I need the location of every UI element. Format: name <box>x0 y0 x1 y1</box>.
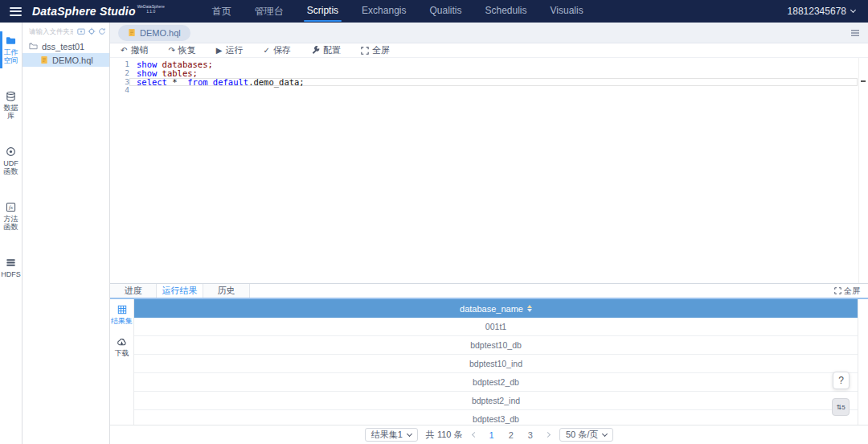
code-line[interactable]: 1 show databases; <box>110 60 868 69</box>
page-1[interactable]: 1 <box>486 430 497 440</box>
nav-item-qualitis[interactable]: Qualitis <box>428 0 462 23</box>
tab-list-icon[interactable] <box>850 29 860 37</box>
config-button[interactable]: 配置 <box>311 44 341 56</box>
cursor-position-mark <box>861 80 866 82</box>
left-icon-sidebar: 工作空间 数据库 UDF函数 fx 方法函数 <box>0 23 23 444</box>
table-row[interactable]: bdptest10_db <box>134 336 858 355</box>
results-left-rail: 结果集 下载 <box>110 299 134 425</box>
sidebar-item-function[interactable]: fx 方法函数 <box>0 202 22 231</box>
chevron-down-icon <box>602 430 608 436</box>
user-menu[interactable]: 18812345678 <box>788 6 855 17</box>
download-rail-button[interactable]: 下载 <box>115 337 129 359</box>
locate-icon[interactable] <box>88 27 96 35</box>
undo-button[interactable]: ↶ 撤销 <box>121 44 148 56</box>
app-title: DataSphere Studio <box>32 1 136 22</box>
fullscreen-icon <box>361 47 369 55</box>
tree-item-folder[interactable]: dss_test01 <box>23 39 109 53</box>
results-table: database_name 001t1 bdptest10_db bdptest… <box>134 299 858 425</box>
top-navbar: DataSphere Studio WeDataSphere 1.1.0 首页 … <box>0 0 868 23</box>
table-row[interactable]: bdptest3_db <box>134 410 858 425</box>
sidebar-item-label: 数据库 <box>4 104 18 120</box>
nav-item-console[interactable]: 管理台 <box>254 0 285 23</box>
page-2[interactable]: 2 <box>506 430 517 440</box>
user-phone: 18812345678 <box>788 6 846 17</box>
sidebar-item-label: HDFS <box>1 270 21 278</box>
sort-icon[interactable] <box>527 305 532 313</box>
code-line-current[interactable]: 3 select * from default.demo_data; <box>110 78 868 87</box>
column-header-database-name[interactable]: database_name <box>134 299 858 318</box>
sidebar-item-udf[interactable]: UDF函数 <box>0 146 22 175</box>
nav-item-scriptis[interactable]: Scriptis <box>306 0 339 23</box>
nav-item-schedulis[interactable]: Schedulis <box>485 0 528 23</box>
float-widget-button[interactable]: ⇅5 <box>832 398 850 416</box>
folder-outline-icon <box>29 42 38 51</box>
fx-icon: fx <box>6 202 16 212</box>
explorer-actions <box>77 27 106 35</box>
sidebar-item-database[interactable]: 数据库 <box>0 91 22 120</box>
editor-scrollbar[interactable] <box>858 58 868 283</box>
refresh-icon[interactable] <box>98 27 106 35</box>
sidebar-item-hdfs[interactable]: HDFS <box>0 257 22 278</box>
folder-icon <box>6 35 16 46</box>
sidebar-item-workspace[interactable]: 工作空间 <box>0 35 22 64</box>
prev-page-icon[interactable] <box>471 433 478 437</box>
results-fullscreen-button[interactable]: 全屏 <box>834 284 868 298</box>
tab-progress[interactable]: 进度 <box>110 284 157 298</box>
table-row[interactable]: bdptest2_db <box>134 373 858 392</box>
line-number: 4 <box>110 86 129 95</box>
code-editor[interactable]: 1 show databases; 2 show tables; 3 selec… <box>110 58 868 283</box>
cloud-download-icon <box>117 337 127 347</box>
table-row[interactable]: bdptest2_ind <box>134 392 858 410</box>
app-version: WeDataSphere 1.1.0 <box>137 5 165 14</box>
fullscreen-button[interactable]: 全屏 <box>361 44 390 56</box>
resultset-rail-button[interactable]: 结果集 <box>111 305 133 327</box>
page-3[interactable]: 3 <box>525 430 536 440</box>
new-folder-icon[interactable] <box>77 27 85 35</box>
grid-table-icon <box>117 305 127 314</box>
undo-icon: ↶ <box>121 47 127 55</box>
tab-demo-hql[interactable]: DEMO.hql <box>118 25 190 41</box>
file-search-input[interactable] <box>27 27 75 36</box>
editor-toolbar: ↶ 撤销 ↷ 恢复 ▶ 运行 ✓ 保存 配置 <box>110 43 868 58</box>
tab-history[interactable]: 历史 <box>203 284 250 298</box>
table-scrollbar-track[interactable] <box>858 299 868 425</box>
redo-icon: ↷ <box>168 47 174 55</box>
fullscreen-icon <box>834 287 841 294</box>
rail-label: 下载 <box>115 348 129 359</box>
nav-item-visualis[interactable]: Visualis <box>550 0 584 23</box>
tree-item-script[interactable]: DEMO.hql <box>23 53 109 67</box>
code-token: select <box>137 77 167 87</box>
next-page-icon[interactable] <box>544 433 551 437</box>
tree-item-label: dss_test01 <box>42 42 84 51</box>
code-line[interactable]: 4 <box>110 86 868 95</box>
nav-item-home[interactable]: 首页 <box>211 0 232 23</box>
resultset-select[interactable]: 结果集1 <box>365 428 418 442</box>
sidebar-item-label: 方法函数 <box>4 215 18 231</box>
file-explorer-panel: dss_test01 DEMO.hql <box>23 23 110 444</box>
tab-label: DEMO.hql <box>140 28 181 38</box>
help-button[interactable]: ? <box>833 372 850 389</box>
run-button[interactable]: ▶ 运行 <box>216 44 244 56</box>
save-button[interactable]: ✓ 保存 <box>263 44 290 56</box>
table-row[interactable]: bdptest10_ind <box>134 355 858 373</box>
sidebar-item-label: 工作空间 <box>4 48 18 64</box>
chevron-down-icon <box>850 7 856 13</box>
hql-file-icon <box>40 56 48 64</box>
redo-button[interactable]: ↷ 恢复 <box>168 44 195 56</box>
tree-item-label: DEMO.hql <box>52 56 93 65</box>
results-tabbar: 进度 运行结果 历史 全屏 <box>110 284 868 299</box>
app-logo: DataSphere Studio WeDataSphere 1.1.0 <box>32 1 165 22</box>
code-token: default <box>213 77 248 87</box>
top-nav-menu: 首页 管理台 Scriptis Exchangis Qualitis Sched… <box>211 0 584 23</box>
code-token: * <box>167 77 187 87</box>
code-token: .demo_data; <box>248 77 305 87</box>
line-number: 2 <box>110 69 129 78</box>
page-size-select[interactable]: 50 条/页 <box>559 428 613 442</box>
hamburger-menu-icon[interactable] <box>10 7 22 16</box>
database-icon <box>6 91 16 101</box>
udf-circle-icon <box>6 146 16 157</box>
check-icon: ✓ <box>263 47 269 55</box>
tab-run-results[interactable]: 运行结果 <box>157 284 203 298</box>
nav-item-exchangis[interactable]: Exchangis <box>361 0 407 23</box>
table-row[interactable]: 001t1 <box>134 318 858 336</box>
